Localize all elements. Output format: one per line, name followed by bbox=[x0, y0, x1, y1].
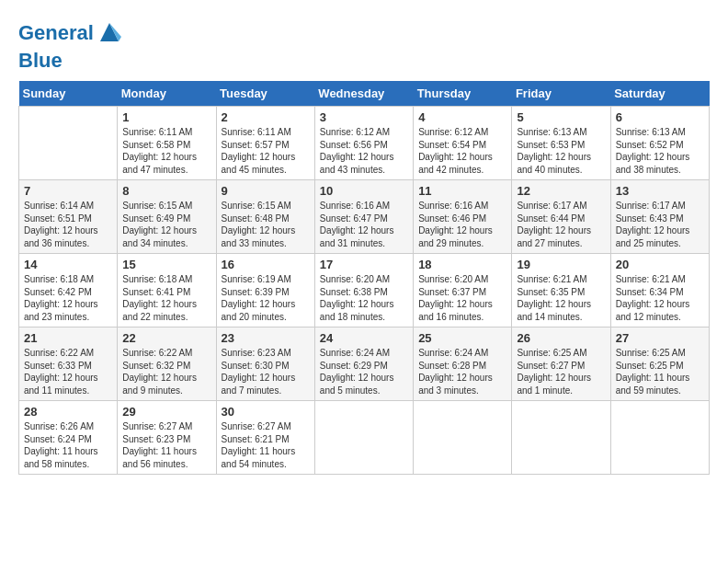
day-info: Sunrise: 6:27 AM Sunset: 6:23 PM Dayligh… bbox=[122, 420, 210, 470]
day-info: Sunrise: 6:15 AM Sunset: 6:48 PM Dayligh… bbox=[222, 200, 310, 249]
calendar-cell: 21Sunrise: 6:22 AM Sunset: 6:33 PM Dayli… bbox=[19, 327, 118, 401]
day-number: 4 bbox=[418, 110, 506, 124]
day-info: Sunrise: 6:11 AM Sunset: 6:58 PM Dayligh… bbox=[122, 126, 210, 176]
day-number: 8 bbox=[122, 184, 210, 198]
calendar-cell: 26Sunrise: 6:25 AM Sunset: 6:27 PM Dayli… bbox=[512, 327, 610, 401]
week-row-3: 14Sunrise: 6:18 AM Sunset: 6:42 PM Dayli… bbox=[19, 254, 710, 327]
day-number: 7 bbox=[24, 184, 112, 198]
day-info: Sunrise: 6:17 AM Sunset: 6:44 PM Dayligh… bbox=[517, 200, 605, 249]
day-info: Sunrise: 6:25 AM Sunset: 6:25 PM Dayligh… bbox=[616, 347, 704, 396]
day-number: 28 bbox=[24, 405, 112, 419]
day-info: Sunrise: 6:26 AM Sunset: 6:24 PM Dayligh… bbox=[24, 420, 112, 470]
calendar-cell: 5Sunrise: 6:13 AM Sunset: 6:53 PM Daylig… bbox=[512, 107, 610, 180]
week-row-1: 1Sunrise: 6:11 AM Sunset: 6:58 PM Daylig… bbox=[19, 107, 710, 180]
calendar-cell: 27Sunrise: 6:25 AM Sunset: 6:25 PM Dayli… bbox=[610, 327, 709, 401]
calendar-cell: 6Sunrise: 6:13 AM Sunset: 6:52 PM Daylig… bbox=[610, 107, 709, 180]
day-number: 20 bbox=[616, 258, 704, 271]
day-info: Sunrise: 6:24 AM Sunset: 6:29 PM Dayligh… bbox=[320, 347, 408, 396]
day-header-friday: Friday bbox=[512, 81, 610, 107]
calendar-cell: 14Sunrise: 6:18 AM Sunset: 6:42 PM Dayli… bbox=[19, 254, 118, 327]
day-info: Sunrise: 6:20 AM Sunset: 6:38 PM Dayligh… bbox=[320, 273, 408, 323]
calendar-cell: 10Sunrise: 6:16 AM Sunset: 6:47 PM Dayli… bbox=[314, 180, 413, 254]
day-info: Sunrise: 6:20 AM Sunset: 6:37 PM Dayligh… bbox=[418, 273, 506, 323]
day-info: Sunrise: 6:13 AM Sunset: 6:53 PM Dayligh… bbox=[517, 126, 605, 176]
day-number: 10 bbox=[320, 184, 408, 198]
calendar-cell: 2Sunrise: 6:11 AM Sunset: 6:57 PM Daylig… bbox=[216, 107, 314, 180]
calendar-cell: 20Sunrise: 6:21 AM Sunset: 6:34 PM Dayli… bbox=[610, 254, 709, 327]
day-info: Sunrise: 6:21 AM Sunset: 6:35 PM Dayligh… bbox=[517, 273, 605, 323]
day-number: 25 bbox=[418, 331, 506, 345]
day-info: Sunrise: 6:12 AM Sunset: 6:54 PM Dayligh… bbox=[418, 126, 506, 176]
day-number: 6 bbox=[616, 110, 704, 124]
day-info: Sunrise: 6:23 AM Sunset: 6:30 PM Dayligh… bbox=[222, 347, 310, 396]
day-number: 11 bbox=[418, 184, 506, 198]
day-info: Sunrise: 6:22 AM Sunset: 6:32 PM Dayligh… bbox=[122, 347, 210, 396]
day-info: Sunrise: 6:18 AM Sunset: 6:41 PM Dayligh… bbox=[122, 273, 210, 323]
day-header-saturday: Saturday bbox=[610, 81, 709, 107]
calendar-cell: 29Sunrise: 6:27 AM Sunset: 6:23 PM Dayli… bbox=[118, 401, 216, 475]
day-number: 30 bbox=[222, 405, 310, 419]
day-header-wednesday: Wednesday bbox=[314, 81, 413, 107]
day-info: Sunrise: 6:16 AM Sunset: 6:47 PM Dayligh… bbox=[320, 200, 408, 249]
calendar-cell: 16Sunrise: 6:19 AM Sunset: 6:39 PM Dayli… bbox=[216, 254, 314, 327]
day-header-thursday: Thursday bbox=[414, 81, 512, 107]
calendar-cell bbox=[19, 107, 118, 180]
page-header: General Blue bbox=[18, 18, 710, 72]
day-info: Sunrise: 6:15 AM Sunset: 6:49 PM Dayligh… bbox=[122, 200, 210, 249]
calendar-cell: 28Sunrise: 6:26 AM Sunset: 6:24 PM Dayli… bbox=[19, 401, 118, 475]
calendar-cell: 18Sunrise: 6:20 AM Sunset: 6:37 PM Dayli… bbox=[414, 254, 512, 327]
day-info: Sunrise: 6:16 AM Sunset: 6:46 PM Dayligh… bbox=[418, 200, 506, 249]
calendar-cell: 25Sunrise: 6:24 AM Sunset: 6:28 PM Dayli… bbox=[414, 327, 512, 401]
day-number: 5 bbox=[517, 110, 605, 124]
week-row-5: 28Sunrise: 6:26 AM Sunset: 6:24 PM Dayli… bbox=[19, 401, 710, 475]
calendar-cell: 12Sunrise: 6:17 AM Sunset: 6:44 PM Dayli… bbox=[512, 180, 610, 254]
calendar-cell: 17Sunrise: 6:20 AM Sunset: 6:38 PM Dayli… bbox=[314, 254, 413, 327]
calendar-cell: 24Sunrise: 6:24 AM Sunset: 6:29 PM Dayli… bbox=[314, 327, 413, 401]
day-number: 9 bbox=[222, 184, 310, 198]
calendar-cell bbox=[512, 401, 610, 475]
day-number: 12 bbox=[517, 184, 605, 198]
calendar-cell: 9Sunrise: 6:15 AM Sunset: 6:48 PM Daylig… bbox=[216, 180, 314, 254]
day-number: 1 bbox=[122, 110, 210, 124]
calendar-cell: 23Sunrise: 6:23 AM Sunset: 6:30 PM Dayli… bbox=[216, 327, 314, 401]
week-row-2: 7Sunrise: 6:14 AM Sunset: 6:51 PM Daylig… bbox=[19, 180, 710, 254]
calendar-cell: 4Sunrise: 6:12 AM Sunset: 6:54 PM Daylig… bbox=[414, 107, 512, 180]
day-number: 14 bbox=[24, 258, 112, 271]
logo-text: General Blue bbox=[18, 18, 123, 72]
day-number: 23 bbox=[222, 331, 310, 345]
day-number: 27 bbox=[616, 331, 704, 345]
day-header-monday: Monday bbox=[118, 81, 216, 107]
day-info: Sunrise: 6:24 AM Sunset: 6:28 PM Dayligh… bbox=[418, 347, 506, 396]
calendar-cell: 1Sunrise: 6:11 AM Sunset: 6:58 PM Daylig… bbox=[118, 107, 216, 180]
day-number: 29 bbox=[122, 405, 210, 419]
day-info: Sunrise: 6:17 AM Sunset: 6:43 PM Dayligh… bbox=[616, 200, 704, 249]
day-number: 21 bbox=[24, 331, 112, 345]
day-number: 17 bbox=[320, 258, 408, 271]
day-number: 26 bbox=[517, 331, 605, 345]
day-info: Sunrise: 6:12 AM Sunset: 6:56 PM Dayligh… bbox=[320, 126, 408, 176]
calendar-cell: 19Sunrise: 6:21 AM Sunset: 6:35 PM Dayli… bbox=[512, 254, 610, 327]
day-info: Sunrise: 6:19 AM Sunset: 6:39 PM Dayligh… bbox=[222, 273, 310, 323]
calendar-cell bbox=[314, 401, 413, 475]
day-info: Sunrise: 6:13 AM Sunset: 6:52 PM Dayligh… bbox=[616, 126, 704, 176]
day-number: 3 bbox=[320, 110, 408, 124]
calendar-cell: 13Sunrise: 6:17 AM Sunset: 6:43 PM Dayli… bbox=[610, 180, 709, 254]
calendar-cell bbox=[414, 401, 512, 475]
week-row-4: 21Sunrise: 6:22 AM Sunset: 6:33 PM Dayli… bbox=[19, 327, 710, 401]
day-number: 15 bbox=[122, 258, 210, 271]
day-info: Sunrise: 6:22 AM Sunset: 6:33 PM Dayligh… bbox=[24, 347, 112, 396]
day-number: 13 bbox=[616, 184, 704, 198]
calendar-cell: 8Sunrise: 6:15 AM Sunset: 6:49 PM Daylig… bbox=[118, 180, 216, 254]
header-row: SundayMondayTuesdayWednesdayThursdayFrid… bbox=[19, 81, 710, 107]
day-number: 19 bbox=[517, 258, 605, 271]
day-number: 22 bbox=[122, 331, 210, 345]
calendar-cell: 30Sunrise: 6:27 AM Sunset: 6:21 PM Dayli… bbox=[216, 401, 314, 475]
calendar-cell: 22Sunrise: 6:22 AM Sunset: 6:32 PM Dayli… bbox=[118, 327, 216, 401]
day-number: 2 bbox=[222, 110, 310, 124]
day-header-sunday: Sunday bbox=[19, 81, 118, 107]
calendar-table: SundayMondayTuesdayWednesdayThursdayFrid… bbox=[18, 81, 710, 475]
day-info: Sunrise: 6:27 AM Sunset: 6:21 PM Dayligh… bbox=[222, 420, 310, 470]
day-header-tuesday: Tuesday bbox=[216, 81, 314, 107]
calendar-cell: 11Sunrise: 6:16 AM Sunset: 6:46 PM Dayli… bbox=[414, 180, 512, 254]
day-info: Sunrise: 6:18 AM Sunset: 6:42 PM Dayligh… bbox=[24, 273, 112, 323]
